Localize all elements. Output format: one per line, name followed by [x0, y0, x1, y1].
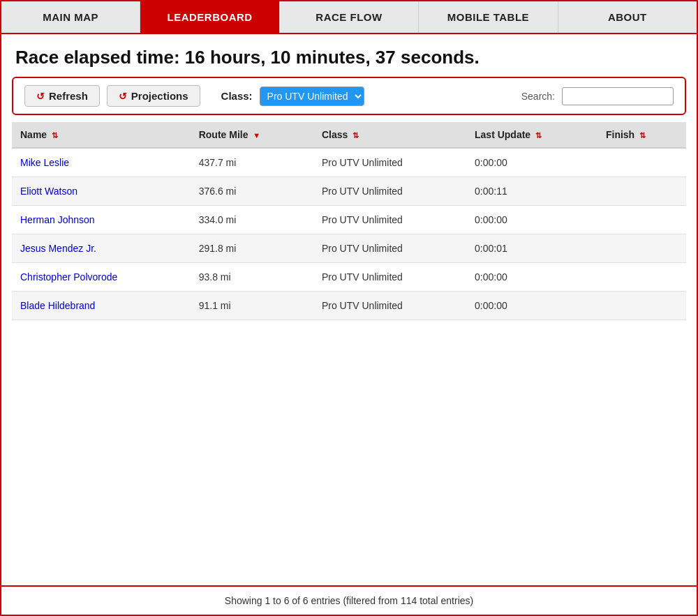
- table-row: Blade Hildebrand91.1 miPro UTV Unlimited…: [12, 292, 686, 320]
- cell-route-mile: 334.0 mi: [191, 206, 313, 234]
- cell-finish: [597, 263, 686, 292]
- footer-text: Showing 1 to 6 of 6 entries (filtered fr…: [225, 595, 473, 606]
- cell-last-update: 0:00:01: [466, 234, 597, 263]
- table-container: Name ⇅ Route Mile ▼ Class ⇅ Last Update …: [12, 122, 686, 320]
- cell-route-mile: 376.6 mi: [191, 177, 313, 206]
- refresh-label: Refresh: [49, 90, 88, 102]
- cell-last-update: 0:00:00: [466, 206, 597, 234]
- cell-route-mile: 91.1 mi: [191, 292, 313, 320]
- toolbar: ↺ Refresh ↺ Projections Class: Pro UTV U…: [12, 77, 686, 115]
- table-row: Christopher Polvorode93.8 miPro UTV Unli…: [12, 263, 686, 292]
- col-last-update[interactable]: Last Update ⇅: [466, 122, 597, 148]
- projections-icon: ↺: [119, 91, 127, 102]
- sort-update-icon: ⇅: [535, 131, 542, 140]
- col-name[interactable]: Name ⇅: [12, 122, 191, 148]
- sort-route-icon: ▼: [253, 131, 260, 140]
- refresh-icon: ↺: [36, 91, 45, 102]
- cell-class: Pro UTV Unlimited: [313, 234, 466, 263]
- cell-last-update: 0:00:00: [466, 263, 597, 292]
- cell-class: Pro UTV Unlimited: [313, 177, 466, 206]
- racer-name-link[interactable]: Herman Johnson: [20, 214, 95, 225]
- nav-tabs: MAIN MAP LEADERBOARD RACE FLOW MOBILE TA…: [1, 1, 697, 34]
- tab-race-flow[interactable]: RACE FLOW: [280, 1, 419, 33]
- racer-name-link[interactable]: Christopher Polvorode: [20, 271, 117, 283]
- tab-leaderboard[interactable]: LEADERBOARD: [140, 1, 279, 33]
- cell-route-mile: 291.8 mi: [191, 234, 313, 263]
- sort-class-icon: ⇅: [352, 131, 359, 140]
- cell-class: Pro UTV Unlimited: [313, 206, 466, 234]
- tab-main-map[interactable]: MAIN MAP: [1, 1, 140, 33]
- leaderboard-table: Name ⇅ Route Mile ▼ Class ⇅ Last Update …: [12, 122, 686, 320]
- cell-finish: [597, 234, 686, 263]
- col-class[interactable]: Class ⇅: [313, 122, 466, 148]
- cell-route-mile: 93.8 mi: [191, 263, 313, 292]
- projections-label: Projections: [131, 90, 188, 102]
- cell-name: Blade Hildebrand: [12, 292, 191, 320]
- cell-last-update: 0:00:11: [466, 177, 597, 206]
- search-label: Search:: [521, 91, 555, 102]
- table-row: Mike Leslie437.7 miPro UTV Unlimited0:00…: [12, 148, 686, 177]
- cell-name: Jesus Mendez Jr.: [12, 234, 191, 263]
- projections-button[interactable]: ↺ Projections: [107, 85, 200, 107]
- cell-finish: [597, 206, 686, 234]
- cell-last-update: 0:00:00: [466, 148, 597, 177]
- racer-name-link[interactable]: Blade Hildebrand: [20, 300, 95, 311]
- cell-class: Pro UTV Unlimited: [313, 148, 466, 177]
- table-header-row: Name ⇅ Route Mile ▼ Class ⇅ Last Update …: [12, 122, 686, 148]
- cell-class: Pro UTV Unlimited: [313, 292, 466, 320]
- cell-name: Herman Johnson: [12, 206, 191, 234]
- cell-class: Pro UTV Unlimited: [313, 263, 466, 292]
- cell-last-update: 0:00:00: [466, 292, 597, 320]
- racer-name-link[interactable]: Mike Leslie: [20, 157, 69, 168]
- class-select[interactable]: Pro UTV Unlimited Pro UTV Open Pro UTV S…: [260, 87, 364, 106]
- search-input[interactable]: [562, 87, 674, 105]
- sort-name-icon: ⇅: [52, 131, 58, 140]
- col-route-mile[interactable]: Route Mile ▼: [191, 122, 313, 148]
- col-finish[interactable]: Finish ⇅: [597, 122, 686, 148]
- cell-finish: [597, 292, 686, 320]
- footer: Showing 1 to 6 of 6 entries (filtered fr…: [0, 585, 698, 616]
- tab-mobile-table[interactable]: MOBILE TABLE: [419, 1, 558, 33]
- racer-name-link[interactable]: Jesus Mendez Jr.: [20, 243, 96, 254]
- cell-name: Christopher Polvorode: [12, 263, 191, 292]
- cell-finish: [597, 148, 686, 177]
- cell-finish: [597, 177, 686, 206]
- racer-name-link[interactable]: Eliott Watson: [20, 186, 77, 197]
- table-row: Jesus Mendez Jr.291.8 miPro UTV Unlimite…: [12, 234, 686, 263]
- race-elapsed: Race elapsed time: 16 hours, 10 minutes,…: [1, 34, 697, 77]
- tab-about[interactable]: ABOUT: [558, 1, 697, 33]
- table-row: Herman Johnson334.0 miPro UTV Unlimited0…: [12, 206, 686, 234]
- cell-name: Mike Leslie: [12, 148, 191, 177]
- class-label: Class:: [221, 90, 253, 102]
- cell-name: Eliott Watson: [12, 177, 191, 206]
- cell-route-mile: 437.7 mi: [191, 148, 313, 177]
- sort-finish-icon: ⇅: [639, 131, 646, 140]
- table-row: Eliott Watson376.6 miPro UTV Unlimited0:…: [12, 177, 686, 206]
- refresh-button[interactable]: ↺ Refresh: [24, 85, 100, 107]
